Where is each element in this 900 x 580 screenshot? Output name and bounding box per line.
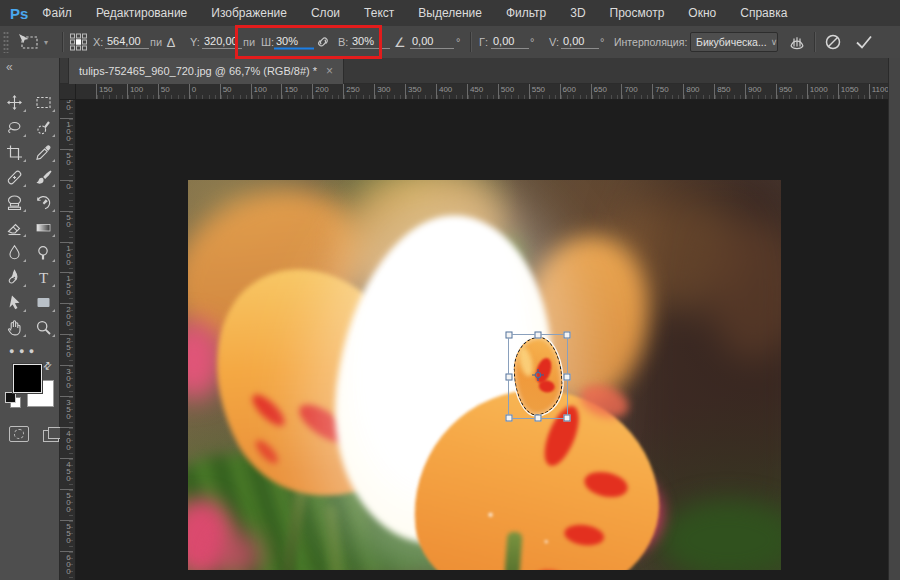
tool-quick-selection[interactable] — [29, 115, 58, 140]
transform-handle-top[interactable] — [535, 332, 542, 339]
tool-move[interactable] — [0, 90, 29, 115]
photoshop-logo: Ps — [10, 5, 28, 22]
ruler-tick: 150 — [60, 100, 73, 118]
transform-handle-top-left[interactable] — [506, 332, 513, 339]
y-label: Y: — [190, 36, 200, 48]
menu-item[interactable]: Просмотр — [610, 6, 665, 20]
menu-item[interactable]: Изображение — [211, 6, 287, 20]
ruler-tick: 400 — [436, 84, 467, 99]
transform-handle-bottom[interactable] — [535, 415, 542, 422]
transform-tool-preset-icon[interactable] — [16, 32, 40, 52]
x-input[interactable]: 564,00 — [105, 35, 149, 49]
menu-item[interactable]: Редактирование — [96, 6, 187, 20]
tool-eyedropper[interactable] — [29, 140, 58, 165]
menu-item[interactable]: 3D — [570, 6, 585, 20]
menu-item[interactable]: Текст — [364, 6, 394, 20]
hskew-input[interactable]: 0,00 — [491, 35, 529, 49]
warp-mode-icon[interactable] — [788, 33, 806, 51]
tool-gradient[interactable] — [29, 215, 58, 240]
foreground-color-swatch[interactable] — [13, 364, 42, 393]
angle-input[interactable]: 0,00 — [410, 35, 454, 49]
ruler-tick: 0 — [189, 84, 220, 99]
tool-pen[interactable] — [0, 265, 29, 290]
relative-position-icon[interactable]: ∆ — [167, 35, 175, 50]
tool-dodge[interactable] — [29, 240, 58, 265]
ruler-tick: 700 — [621, 84, 652, 99]
vertical-ruler[interactable]: 1501005005010015020025030035040045050055… — [60, 100, 76, 580]
ruler-tick: 950 — [776, 84, 807, 99]
transform-reference-point-icon[interactable] — [531, 368, 545, 386]
toolbar-mode-buttons — [9, 426, 59, 442]
collapse-panel-icon[interactable]: « — [0, 58, 59, 76]
swap-colors-icon[interactable]: ⇄ — [40, 359, 54, 373]
cancel-transform-icon[interactable] — [824, 33, 842, 51]
edit-toolbar-dots-icon[interactable]: ● ● ● — [0, 340, 59, 358]
ruler-tick: 200 — [60, 303, 73, 334]
tool-spot-healing-brush[interactable] — [0, 165, 29, 190]
options-bar: ▾ X: 564,00 пи ∆ Y: 320,00 пи Ш: 30% В: … — [0, 26, 900, 59]
ruler-tick: 0 — [60, 180, 73, 211]
vskew-unit: ° — [600, 36, 604, 48]
ruler-tick: 850 — [714, 84, 745, 99]
menu-item[interactable]: Файл — [42, 6, 72, 20]
tool-crop[interactable] — [0, 140, 29, 165]
menu-item[interactable]: Фильтр — [506, 6, 546, 20]
screen-mode-button[interactable] — [43, 427, 59, 441]
y-input[interactable]: 320,00 — [202, 35, 242, 49]
tool-clone-stamp[interactable] — [0, 190, 29, 215]
transform-handle-bottom-left[interactable] — [506, 415, 513, 422]
menu-item[interactable]: Слои — [311, 6, 340, 20]
tool-hand[interactable] — [0, 315, 29, 340]
transform-bounding-box — [508, 334, 568, 419]
menu-item[interactable]: Справка — [740, 6, 787, 20]
default-colors-icon[interactable] — [5, 392, 19, 406]
ruler-tick: 1050 — [838, 84, 869, 99]
panel-dock-strip[interactable] — [888, 58, 900, 580]
tool-eraser[interactable] — [0, 215, 29, 240]
horizontal-ruler[interactable]: 1501005005010015020025030035040045050055… — [76, 84, 888, 100]
commit-transform-icon[interactable] — [854, 33, 874, 51]
height-input[interactable]: 30% — [350, 35, 390, 49]
ruler-tick: 50 — [60, 149, 73, 180]
interpolation-label: Интерполяция: — [614, 36, 687, 48]
tab-close-icon[interactable]: × — [326, 64, 333, 78]
ruler-tick: 900 — [745, 84, 776, 99]
ruler-tick: 550 — [60, 520, 73, 551]
menu-item[interactable]: Выделение — [418, 6, 482, 20]
interpolation-dropdown[interactable]: Бикубическа... ∨ — [690, 32, 778, 52]
tool-type[interactable]: T — [29, 265, 58, 290]
ruler-corner — [60, 84, 76, 100]
x-label: X: — [93, 36, 103, 48]
tool-rectangle-shape[interactable] — [29, 290, 58, 315]
hskew-unit: ° — [530, 36, 534, 48]
link-dimensions-icon[interactable] — [316, 35, 330, 49]
tool-rectangular-marquee[interactable] — [29, 90, 58, 115]
ruler-tick: 400 — [60, 427, 73, 458]
width-input[interactable]: 30% — [274, 35, 314, 50]
x-unit: пи — [150, 36, 162, 48]
tool-blur[interactable] — [0, 240, 29, 265]
tool-lasso[interactable] — [0, 115, 29, 140]
tool-brush[interactable] — [29, 165, 58, 190]
ruler-tick: 350 — [405, 84, 436, 99]
tool-history-brush[interactable] — [29, 190, 58, 215]
transform-handle-top-right[interactable] — [564, 332, 571, 339]
document-tab-title: tulips-752465_960_720.jpg @ 66,7% (RGB/8… — [79, 65, 317, 77]
y-unit: пи — [243, 36, 255, 48]
tool-path-selection[interactable] — [0, 290, 29, 315]
transform-handle-right[interactable] — [564, 373, 571, 380]
menu-item[interactable]: Окно — [688, 6, 716, 20]
quick-mask-button[interactable] — [9, 426, 29, 442]
transform-handle-bottom-right[interactable] — [564, 415, 571, 422]
transform-handle-left[interactable] — [506, 373, 513, 380]
options-grip-handle[interactable] — [3, 31, 9, 53]
vskew-input[interactable]: 0,00 — [561, 35, 599, 49]
reference-point-locator[interactable] — [70, 34, 87, 51]
color-swatches: ⇄ — [7, 362, 53, 414]
tool-zoom[interactable] — [29, 315, 58, 340]
preset-caret-icon[interactable]: ▾ — [44, 38, 48, 47]
ruler-tick: 1000 — [807, 84, 838, 99]
document-image[interactable] — [188, 180, 781, 570]
document-tab[interactable]: tulips-752465_960_720.jpg @ 66,7% (RGB/8… — [68, 58, 344, 84]
ruler-tick: 150 — [60, 272, 73, 303]
